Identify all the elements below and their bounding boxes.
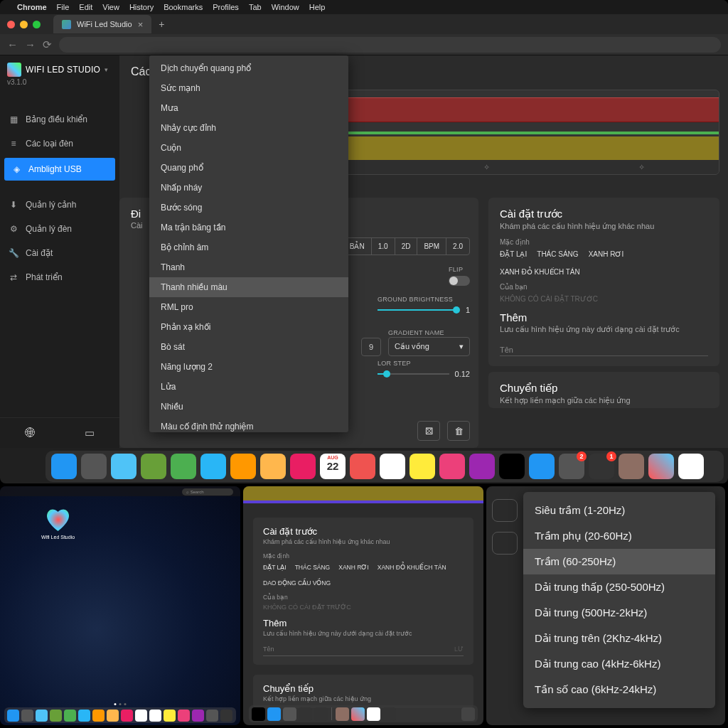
sidebar-item-settings[interactable]: 🔧Cài đặt [0,241,119,265]
menubar-item[interactable]: Window [272,3,299,11]
dock-app[interactable] [51,454,77,479]
dock-app[interactable] [36,710,48,722]
dropdown-option[interactable]: Năng lượng 2 [149,357,348,377]
frequency-option[interactable]: Tần số cao (6kHz-24kHz) [523,677,715,702]
dropdown-option[interactable]: Nhảy cực đỉnh [149,118,348,138]
forward-icon[interactable]: → [25,38,36,50]
preset-chip[interactable]: XANH RƠI [338,564,368,571]
dropdown-option[interactable]: Thanh nhiều màu [149,277,348,297]
minimize-window-button[interactable] [20,21,28,28]
dropdown-option[interactable]: Phản xạ khối [149,317,348,337]
dock-app[interactable] [178,710,190,722]
dock-app[interactable] [107,710,119,722]
dock-app[interactable] [382,707,396,721]
dock-app[interactable] [283,707,296,721]
new-tab-button[interactable]: + [151,18,171,30]
colorstep-slider[interactable] [378,373,449,375]
dock-app[interactable] [299,707,312,721]
menubar-item[interactable]: View [102,3,119,11]
dropdown-option[interactable]: Dịch chuyển quang phổ [149,58,348,78]
reload-icon[interactable]: ⟳ [43,38,52,51]
preset-name-input[interactable]: Tên [500,341,708,356]
sidebar-item-lights[interactable]: ≡Các loại đèn [0,132,119,156]
dock-app[interactable] [336,707,349,721]
dock-app[interactable] [50,710,62,722]
dock-app[interactable] [678,454,704,479]
dock-app[interactable] [230,454,256,479]
chip[interactable]: 1.0 [371,238,395,255]
dropdown-option[interactable]: Quang phổ [149,158,348,178]
omnibox[interactable] [59,37,721,53]
chip[interactable]: 2.0 [446,238,469,255]
dock-app[interactable] [21,710,33,722]
dock-app[interactable] [92,710,105,722]
dropdown-option[interactable]: Thanh [149,257,348,277]
dropdown-option[interactable]: RML pro [149,297,348,317]
brightness-slider[interactable] [378,309,459,311]
frequency-option[interactable]: Trầm phụ (20-60Hz) [523,523,715,549]
preset-chip[interactable]: ĐẶT LẠI [500,250,527,258]
dock-app[interactable] [78,710,90,722]
randomize-button[interactable]: ⚄ [417,421,440,441]
frequency-option[interactable]: Trầm (60-250Hz) [523,549,715,574]
dropdown-option[interactable]: Bộ chỉnh âm [149,237,348,257]
dock-app[interactable] [367,707,380,721]
dropdown-option[interactable]: Màu cố định thử nghiệm [149,417,348,432]
dock-app[interactable] [171,454,196,479]
preset-chip[interactable]: ĐẶT LẠI [263,564,287,571]
dock-app[interactable] [64,710,76,722]
menubar-item[interactable]: Help [309,3,326,11]
trash-icon[interactable] [461,707,475,721]
dropdown-option[interactable]: Nhấp nháy [149,178,348,198]
preset-chip[interactable]: THÁC SÁNG [537,250,578,258]
dropdown-option[interactable]: Bước sóng [149,198,348,218]
dock-app[interactable]: 1 [589,454,614,479]
dock-app[interactable] [149,710,161,722]
menubar-item[interactable]: Bookmarks [164,3,203,11]
globe-icon[interactable]: 🌐︎ [25,427,36,439]
flip-toggle[interactable] [449,276,470,286]
chat-icon[interactable]: ▭ [85,427,95,439]
menubar-item[interactable]: History [129,3,154,11]
dock-app[interactable] [469,454,495,479]
sidebar-item-scenes[interactable]: ⬇Quản lý cảnh [0,193,119,217]
dock-app[interactable]: 2 [559,454,584,479]
chevron-down-icon[interactable]: ▾ [105,66,108,73]
frequency-option[interactable]: Siêu trầm (1-20Hz) [523,498,715,523]
menubar-item[interactable]: Edit [79,3,92,11]
dock-app[interactable] [499,454,525,479]
dock-app[interactable] [220,710,232,722]
desktop-app-icon[interactable]: Wifi Led Studio [41,508,75,540]
preset-chip[interactable]: XANH ĐỎ KHUẾCH TÁN [378,564,446,571]
chip[interactable]: 2D [395,238,417,255]
dock-app[interactable]: AUG22 [320,454,346,479]
dropdown-option[interactable]: Mưa [149,98,348,118]
dock-app[interactable] [121,710,133,722]
preset-chip[interactable]: XANH ĐỎ KHUẾCH TÁN [500,268,580,276]
dropdown-option[interactable]: Cuộn [149,138,348,158]
browser-tab[interactable]: WiFi Led Studio × [53,15,151,33]
dock-app[interactable] [351,707,365,721]
dock-app[interactable] [111,454,136,479]
effect-dropdown[interactable]: Dịch chuyển quang phổSức mạnhMưaNhảy cực… [149,55,348,432]
close-window-button[interactable] [7,21,15,28]
close-tab-icon[interactable]: × [138,19,144,30]
dock-app[interactable] [290,454,316,479]
dock-app[interactable] [260,454,286,479]
preset-chip[interactable]: DAO ĐỘNG CẦU VỒNG [263,579,331,587]
preset-chip[interactable]: THÁC SÁNG [295,564,331,571]
preset-chip[interactable]: XANH RƠI [589,250,624,258]
dock-app[interactable] [192,710,204,722]
sidebar-item-develop[interactable]: ⇄Phát triển [0,265,119,289]
dock-app[interactable] [439,454,465,479]
menubar-item[interactable]: File [57,3,70,11]
dock-app[interactable] [141,454,166,479]
dock-app[interactable] [135,710,147,722]
frequency-option[interactable]: Dải trung (500Hz-2kHz) [523,600,715,626]
chip[interactable]: BPM [417,238,446,255]
frequency-option[interactable]: Dải trung trên (2Khz-4kHz) [523,626,715,651]
dock-app[interactable] [164,710,176,722]
menubar-item[interactable]: Tab [249,3,262,11]
delete-button[interactable]: 🗑 [447,421,470,441]
dock-app[interactable] [81,454,107,479]
